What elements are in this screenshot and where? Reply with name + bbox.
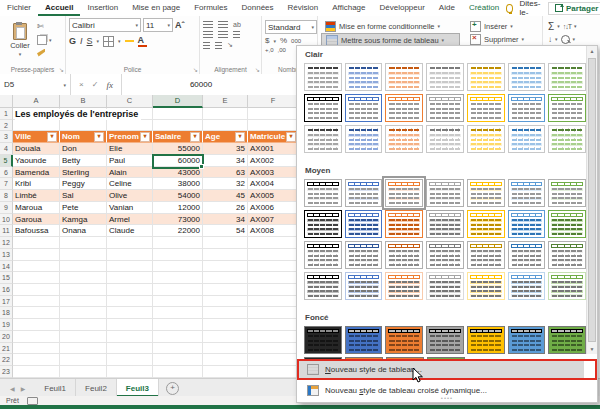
cell-B17[interactable] [60, 296, 107, 308]
cell-A16[interactable] [13, 284, 60, 296]
column-header-c[interactable]: C [107, 95, 153, 108]
cell-E18[interactable] [203, 307, 248, 319]
cell-E10[interactable]: 34 [203, 214, 248, 226]
row-header-17[interactable]: 17 [0, 296, 13, 308]
table-style-option[interactable] [548, 326, 586, 354]
table-style-option[interactable] [508, 94, 546, 122]
orientation-icon[interactable]: ↘ [227, 41, 233, 49]
table-style-option[interactable] [548, 241, 586, 269]
table-style-option[interactable] [304, 272, 342, 300]
tab-donn-es[interactable]: Données [235, 0, 281, 16]
row-header-9[interactable]: 9 [0, 202, 13, 214]
cell-F1[interactable] [248, 108, 299, 120]
increase-indent-icon[interactable] [215, 42, 222, 49]
cell-E20[interactable] [203, 331, 248, 343]
cell-F16[interactable] [248, 284, 299, 296]
cell-B13[interactable] [60, 249, 107, 261]
cell-D19[interactable] [153, 319, 203, 331]
cell-E16[interactable] [203, 284, 248, 296]
cell-A5[interactable]: Yaounde [13, 155, 60, 167]
cell-F9[interactable]: AX006 [248, 202, 299, 214]
cell-B12[interactable] [60, 237, 107, 249]
wrap-text-icon[interactable]: ab [233, 21, 241, 28]
cell-E12[interactable] [203, 237, 248, 249]
cell-F17[interactable] [248, 296, 299, 308]
table-style-option[interactable] [508, 326, 546, 354]
table-style-option[interactable] [385, 63, 423, 91]
panel-resize-grip[interactable]: •••• [297, 395, 597, 401]
table-style-option[interactable] [467, 210, 505, 238]
table-style-option[interactable] [304, 63, 342, 91]
cell-C18[interactable] [107, 307, 153, 319]
table-style-option[interactable] [304, 326, 342, 354]
cell-B11[interactable]: Onana [60, 225, 107, 237]
cell-A14[interactable] [13, 261, 60, 273]
filter-dropdown-icon[interactable]: ▾ [140, 132, 150, 142]
percent-button[interactable]: % [280, 36, 287, 45]
cell-E17[interactable] [203, 296, 248, 308]
cell-B6[interactable]: Sterling [60, 167, 107, 179]
cell-B7[interactable]: Peggy [60, 178, 107, 190]
table-style-option[interactable] [345, 241, 383, 269]
table-style-option[interactable] [467, 179, 505, 207]
cell-C5[interactable]: Paul [107, 155, 153, 167]
cell-D16[interactable] [153, 284, 203, 296]
sort-filter-icon[interactable]: ↑↓T [563, 23, 571, 30]
filter-dropdown-icon[interactable]: ▾ [235, 132, 245, 142]
cell-A21[interactable] [13, 343, 60, 355]
cell-A8[interactable]: Limbé [13, 190, 60, 202]
tab-cr-ation[interactable]: Création [462, 0, 506, 16]
cell-F5[interactable]: AX002 [248, 155, 299, 167]
cell-F19[interactable] [248, 319, 299, 331]
column-header-f[interactable]: F [248, 95, 299, 108]
cell-C20[interactable] [107, 331, 153, 343]
row-header-21[interactable]: 21 [0, 343, 13, 355]
table-style-option[interactable] [304, 241, 342, 269]
cell-C8[interactable]: Olive [107, 190, 153, 202]
decrease-decimal-button[interactable]: ,00 [278, 47, 286, 53]
cell-F11[interactable]: AX008 [248, 225, 299, 237]
cell-D6[interactable]: 43000 [153, 167, 203, 179]
cell-D18[interactable] [153, 307, 203, 319]
cell-A7[interactable]: Kribi [13, 178, 60, 190]
table-style-option[interactable] [304, 94, 342, 122]
row-header-16[interactable]: 16 [0, 284, 13, 296]
autosum-button[interactable]: Σ ▾ ↑↓T ▾ [546, 20, 595, 32]
table-style-option[interactable] [345, 326, 383, 354]
cell-F13[interactable] [248, 249, 299, 261]
table-style-option[interactable] [385, 241, 423, 269]
table-style-option[interactable] [426, 94, 464, 122]
cell-E1[interactable] [203, 108, 248, 120]
scroll-down-icon[interactable]: ▼ [587, 346, 597, 352]
cell-B20[interactable] [60, 331, 107, 343]
grow-font-button[interactable]: Aˆ [175, 21, 185, 29]
cell-F6[interactable]: AX003 [248, 167, 299, 179]
cell-A10[interactable]: Garoua [13, 214, 60, 226]
cell-E13[interactable] [203, 249, 248, 261]
thousands-button[interactable]: 000 [291, 38, 301, 44]
cell-F3[interactable]: Matricule▾ [248, 131, 299, 143]
column-header-a[interactable]: A [13, 95, 60, 108]
cell-D8[interactable]: 54000 [153, 190, 203, 202]
row-header-10[interactable]: 10 [0, 214, 13, 226]
new-sheet-button[interactable]: + [166, 382, 179, 395]
table-style-option[interactable] [508, 210, 546, 238]
cell-A15[interactable] [13, 272, 60, 284]
cut-button[interactable]: ✄ [37, 21, 52, 32]
format-painter-button[interactable] [37, 47, 52, 58]
cell-C2[interactable] [107, 120, 153, 132]
share-button[interactable]: Partager [548, 2, 600, 15]
sheet-tab-feuil1[interactable]: Feuil1 [35, 379, 76, 397]
borders-button[interactable] [103, 36, 114, 47]
cell-F4[interactable]: AX001 [248, 143, 299, 155]
name-box[interactable]: D5 ▾ [0, 74, 71, 95]
table-style-option[interactable] [508, 179, 546, 207]
cell-D2[interactable] [153, 120, 203, 132]
cell-F2[interactable] [248, 120, 299, 132]
underline-dropdown-arrow[interactable]: ▾ [97, 38, 100, 44]
cell-B5[interactable]: Betty [60, 155, 107, 167]
row-header-3[interactable]: 3 [0, 131, 13, 143]
cell-D23[interactable] [153, 366, 203, 378]
cancel-entry-icon[interactable]: × [79, 80, 84, 89]
row-header-19[interactable]: 19 [0, 319, 13, 331]
